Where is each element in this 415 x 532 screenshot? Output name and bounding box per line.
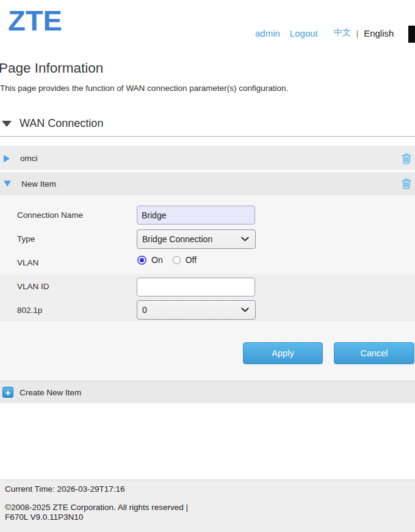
vlan-off-radio[interactable]: [173, 256, 181, 264]
type-select-value: Bridge Connection: [142, 234, 212, 244]
wan-connection-section-header[interactable]: WAN Connection: [2, 117, 103, 130]
language-english-link[interactable]: English: [364, 28, 394, 38]
vlan-id-input[interactable]: [137, 278, 255, 297]
vlan-off-label[interactable]: Off: [186, 255, 197, 265]
accordion-item-label: omci: [20, 154, 38, 163]
current-time-text: Current Time: 2026-03-29T17:16: [5, 484, 415, 494]
new-item-form-panel: Connection Name Type Bridge Connection V…: [0, 195, 415, 381]
page-title: Page Information: [0, 60, 103, 76]
language-separator: |: [356, 29, 358, 38]
create-new-item-row[interactable]: + Create New Item: [0, 381, 415, 403]
copyright-text: ©2008-2025 ZTE Corporation. All rights r…: [5, 503, 415, 512]
logout-link[interactable]: Logout: [290, 28, 318, 38]
form-stripe-band: VLAN ID 802.1p 0: [0, 274, 415, 322]
admin-link[interactable]: admin: [255, 28, 280, 38]
connection-name-label: Connection Name: [17, 210, 83, 220]
header-links: admin Logout 中文 | English: [255, 27, 394, 38]
language-chinese-link[interactable]: 中文: [334, 27, 351, 38]
section-title: WAN Connection: [20, 117, 103, 130]
p8021-select-value: 0: [142, 305, 147, 315]
vlan-id-label: VLAN ID: [17, 282, 49, 291]
footer: Current Time: 2026-03-29T17:16 ©2008-202…: [0, 480, 415, 532]
chevron-down-icon: [241, 307, 249, 312]
vlan-on-radio[interactable]: [137, 256, 146, 265]
p8021-label: 802.1p: [17, 306, 42, 315]
collapse-triangle-icon: [4, 181, 11, 187]
apply-button[interactable]: Apply: [243, 342, 323, 364]
cancel-button[interactable]: Cancel: [334, 342, 414, 364]
p8021-select[interactable]: 0: [137, 300, 256, 320]
delete-trash-icon[interactable]: [402, 178, 411, 189]
accordion-row-new-item[interactable]: New Item: [0, 172, 415, 195]
type-label: Type: [17, 234, 35, 243]
create-new-item-label: Create New Item: [20, 388, 81, 397]
accordion-item-label: New Item: [21, 179, 56, 189]
vlan-label: VLAN: [17, 258, 38, 267]
page-description: This page provides the function of WAN c…: [0, 84, 288, 93]
delete-trash-icon[interactable]: [402, 153, 411, 164]
chevron-down-icon: [241, 237, 249, 242]
accordion-row-omci[interactable]: omci: [0, 146, 415, 170]
firmware-version-text: F670L V9.0.11P3N10: [5, 512, 415, 522]
wan-configuration-page: ZTE admin Logout 中文 | English Page Infor…: [0, 0, 415, 532]
plus-icon: +: [2, 387, 13, 398]
black-bar-artifact: [408, 26, 415, 43]
section-divider: [0, 136, 415, 137]
vlan-radio-group: On Off: [137, 255, 197, 265]
expand-triangle-icon: [4, 155, 10, 162]
connection-name-input[interactable]: [137, 206, 255, 225]
type-select[interactable]: Bridge Connection: [137, 229, 256, 249]
section-collapse-triangle-icon: [2, 121, 12, 127]
zte-logo: ZTE: [8, 2, 62, 39]
vlan-on-label[interactable]: On: [151, 255, 163, 265]
